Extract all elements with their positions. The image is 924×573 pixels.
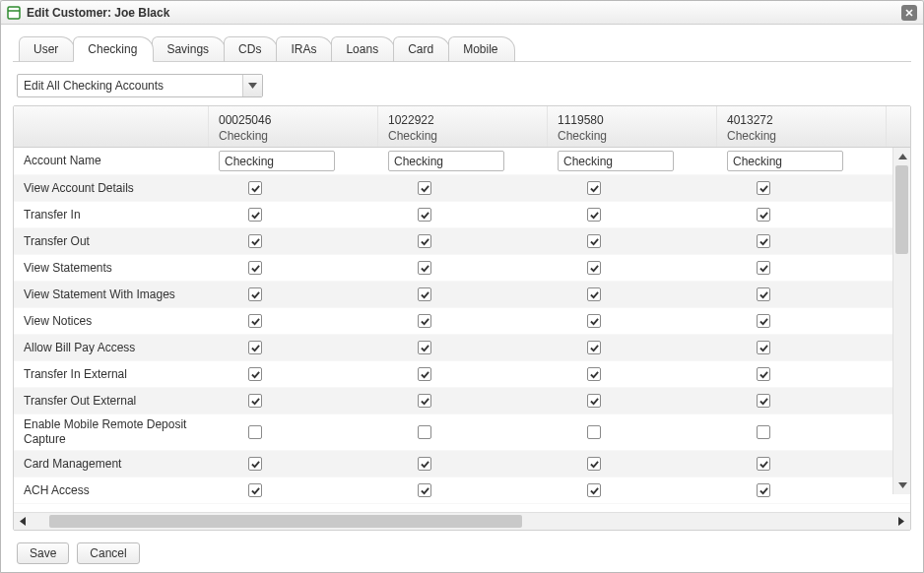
permission-checkbox[interactable] xyxy=(248,457,262,471)
row-label: Enable Mobile Remote Deposit Capture xyxy=(14,414,209,450)
grid-cell xyxy=(209,175,378,201)
grid-cell xyxy=(378,361,548,387)
vertical-scrollbar[interactable] xyxy=(892,148,910,494)
scroll-down-arrow-icon[interactable] xyxy=(893,477,910,494)
permission-checkbox[interactable] xyxy=(757,425,770,439)
permission-checkbox[interactable] xyxy=(248,287,262,301)
account-filter-value: Edit All Checking Accounts xyxy=(18,75,242,96)
grid-cell xyxy=(548,175,717,201)
scroll-track[interactable] xyxy=(893,165,910,477)
permission-checkbox[interactable] xyxy=(248,234,262,248)
permission-checkbox[interactable] xyxy=(418,234,431,248)
permission-checkbox[interactable] xyxy=(757,234,770,248)
grid-cell xyxy=(717,202,887,227)
grid-cell xyxy=(548,451,717,477)
permission-checkbox[interactable] xyxy=(587,287,601,301)
permission-checkbox[interactable] xyxy=(248,425,262,439)
account-filter-dropdown[interactable]: Edit All Checking Accounts xyxy=(17,74,263,97)
permission-checkbox[interactable] xyxy=(248,483,262,497)
permission-checkbox[interactable] xyxy=(248,394,262,408)
table-row: View Notices xyxy=(14,308,910,335)
permission-checkbox[interactable] xyxy=(248,181,262,195)
permission-checkbox[interactable] xyxy=(587,425,601,439)
permission-checkbox[interactable] xyxy=(418,287,431,301)
tab-cds[interactable]: CDs xyxy=(224,36,278,62)
permission-checkbox[interactable] xyxy=(757,208,770,222)
tab-card[interactable]: Card xyxy=(393,36,450,62)
grid-cell xyxy=(378,451,548,477)
permission-checkbox[interactable] xyxy=(757,457,770,471)
permission-checkbox[interactable] xyxy=(418,181,431,195)
scroll-up-arrow-icon[interactable] xyxy=(893,148,910,165)
svg-marker-8 xyxy=(898,517,904,526)
permission-checkbox[interactable] xyxy=(587,483,601,497)
tab-savings[interactable]: Savings xyxy=(152,36,226,62)
grid-cell xyxy=(378,388,548,414)
permission-checkbox[interactable] xyxy=(757,394,770,408)
tab-user[interactable]: User xyxy=(19,36,75,62)
permission-checkbox[interactable] xyxy=(587,234,601,248)
table-row: Enable Mobile Remote Deposit Capture xyxy=(14,414,910,451)
grid-cell xyxy=(717,388,887,414)
permission-checkbox[interactable] xyxy=(587,457,601,471)
permission-checkbox[interactable] xyxy=(418,314,431,328)
save-button[interactable]: Save xyxy=(17,542,69,564)
permission-checkbox[interactable] xyxy=(418,208,431,222)
permission-checkbox[interactable] xyxy=(418,367,431,381)
account-name-input[interactable] xyxy=(219,151,335,171)
row-label: View Statement With Images xyxy=(14,282,209,307)
column-header-account[interactable]: 4013272Checking xyxy=(717,106,887,147)
tab-label: User xyxy=(33,42,58,56)
permission-checkbox[interactable] xyxy=(587,314,601,328)
column-header-account[interactable]: 1119580Checking xyxy=(548,106,717,147)
cancel-button[interactable]: Cancel xyxy=(77,542,139,564)
permission-checkbox[interactable] xyxy=(757,367,770,381)
permission-checkbox[interactable] xyxy=(757,341,770,354)
permission-checkbox[interactable] xyxy=(418,457,431,471)
permission-checkbox[interactable] xyxy=(587,341,601,354)
permission-checkbox[interactable] xyxy=(757,314,770,328)
permission-checkbox[interactable] xyxy=(248,367,262,381)
permission-checkbox[interactable] xyxy=(757,261,770,275)
permission-checkbox[interactable] xyxy=(418,261,431,275)
grid-cell xyxy=(717,228,887,254)
permission-checkbox[interactable] xyxy=(587,367,601,381)
permission-checkbox[interactable] xyxy=(757,287,770,301)
tab-loans[interactable]: Loans xyxy=(331,36,395,62)
permission-checkbox[interactable] xyxy=(757,181,770,195)
close-button[interactable] xyxy=(901,5,917,21)
permission-checkbox[interactable] xyxy=(587,181,601,195)
horizontal-scrollbar[interactable] xyxy=(14,512,910,530)
account-name-input[interactable] xyxy=(558,151,674,171)
permission-checkbox[interactable] xyxy=(418,394,431,408)
scroll-thumb[interactable] xyxy=(895,165,908,254)
tab-mobile[interactable]: Mobile xyxy=(448,36,514,62)
permission-checkbox[interactable] xyxy=(587,261,601,275)
permission-checkbox[interactable] xyxy=(248,314,262,328)
permission-checkbox[interactable] xyxy=(587,208,601,222)
permission-checkbox[interactable] xyxy=(418,425,431,439)
account-type: Checking xyxy=(558,129,708,143)
scroll-left-arrow-icon[interactable] xyxy=(14,513,32,531)
grid-cell xyxy=(209,388,378,414)
permission-checkbox[interactable] xyxy=(418,483,431,497)
tab-checking[interactable]: Checking xyxy=(73,36,154,62)
scroll-right-arrow-icon[interactable] xyxy=(892,513,910,531)
permission-checkbox[interactable] xyxy=(418,341,431,354)
column-header-account[interactable]: 1022922Checking xyxy=(378,106,548,147)
permission-checkbox[interactable] xyxy=(248,341,262,354)
dropdown-button[interactable] xyxy=(242,75,262,96)
row-label: Transfer In xyxy=(14,202,209,227)
account-name-input[interactable] xyxy=(388,151,504,171)
account-id: 1022922 xyxy=(388,113,539,127)
scroll-thumb-h[interactable] xyxy=(49,515,522,528)
account-type: Checking xyxy=(727,129,878,143)
tab-iras[interactable]: IRAs xyxy=(276,36,333,62)
permission-checkbox[interactable] xyxy=(757,483,770,497)
column-header-account[interactable]: 00025046Checking xyxy=(209,106,378,147)
permission-checkbox[interactable] xyxy=(248,208,262,222)
scroll-track-h[interactable] xyxy=(32,513,892,530)
permission-checkbox[interactable] xyxy=(248,261,262,275)
permission-checkbox[interactable] xyxy=(587,394,601,408)
account-name-input[interactable] xyxy=(727,151,843,171)
